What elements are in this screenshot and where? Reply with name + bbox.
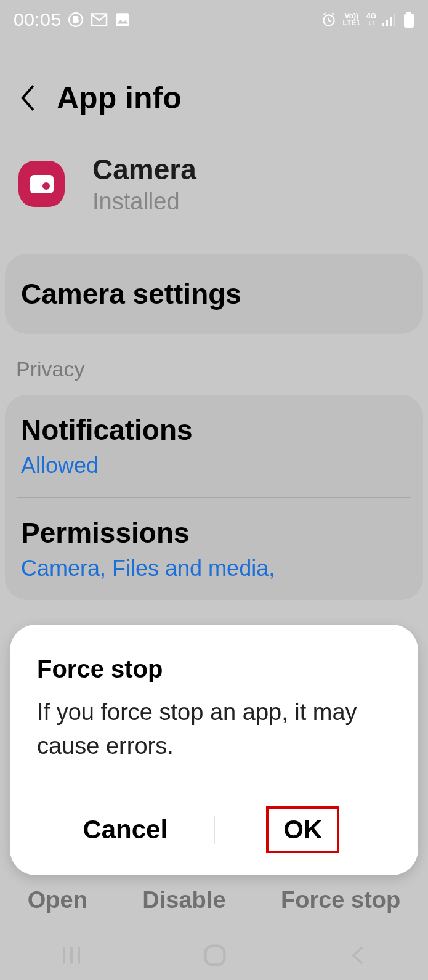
notifications-title: Notifications [21,413,407,447]
disable-button[interactable]: Disable [142,887,225,913]
status-bar-right: Vo)) LTE1 4G ↓↑ [321,12,414,28]
nav-bar [0,931,428,980]
status-clock: 00:05 [14,9,62,30]
permissions-item[interactable]: Permissions Camera, Files and media, [5,498,423,600]
gallery-icon [115,12,131,28]
cancel-button[interactable]: Cancel [37,815,214,844]
force-stop-dialog: Force stop If you force stop an app, it … [10,625,418,875]
camera-settings-item[interactable]: Camera settings [5,254,423,334]
svg-rect-4 [382,23,384,26]
ok-highlight-box: OK [266,806,339,853]
svg-rect-9 [404,14,414,28]
open-button[interactable]: Open [28,887,87,913]
svg-text:B: B [73,15,78,24]
battery-icon [403,12,414,28]
status-bar: 00:05 B Vo)) LTE1 4G ↓↑ [0,0,428,37]
camera-settings-label: Camera settings [21,277,407,310]
svg-rect-5 [386,20,388,26]
privacy-section-header: Privacy [0,339,428,390]
dialog-title: Force stop [37,655,391,683]
chat-icon: B [68,12,84,28]
signal-icon [382,13,397,26]
page-header: App info [0,37,428,134]
back-button[interactable] [18,84,38,111]
notifications-item[interactable]: Notifications Allowed [5,395,423,497]
privacy-list: Notifications Allowed Permissions Camera… [5,395,423,600]
ok-button[interactable]: OK [215,806,392,853]
dialog-message: If you force stop an app, it may cause e… [37,695,391,763]
page-title: App info [57,80,182,116]
network-gen-indicator: 4G ↓↑ [366,13,376,26]
recents-button[interactable] [59,943,84,968]
svg-rect-7 [394,14,395,26]
force-stop-button[interactable]: Force stop [281,887,400,913]
home-button[interactable] [202,942,228,968]
svg-rect-8 [406,12,411,14]
svg-rect-13 [206,946,225,965]
permissions-title: Permissions [21,516,407,549]
gmail-icon [90,12,108,27]
app-header: Camera Installed [0,134,428,249]
status-bar-left: 00:05 B [14,9,131,30]
alarm-icon [321,12,337,28]
notifications-value: Allowed [21,453,407,479]
dialog-button-row: Cancel OK [37,806,391,853]
svg-rect-2 [116,13,129,26]
camera-app-icon [18,161,65,207]
app-status: Installed [92,188,196,215]
permissions-value: Camera, Files and media, [21,556,407,581]
nav-back-button[interactable] [347,944,369,966]
app-name: Camera [92,153,196,186]
svg-rect-6 [390,17,392,26]
bottom-action-bar: Open Disable Force stop [0,876,428,925]
volte-indicator: Vo)) LTE1 [343,13,360,26]
